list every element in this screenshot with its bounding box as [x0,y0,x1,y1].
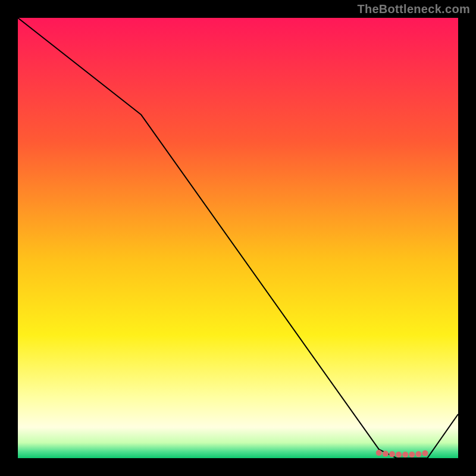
chart-marker [415,451,421,457]
chart-marker [409,452,415,458]
chart-marker [389,451,395,457]
chart-plot-area [18,18,458,458]
chart-marker [396,452,402,458]
chart-marker [422,450,428,456]
attribution-text: TheBottleneck.com [357,2,470,16]
chart-marker [383,451,389,457]
chart-marker [402,452,408,458]
chart-svg [18,18,458,458]
chart-marker [376,450,382,456]
chart-frame: TheBottleneck.com [0,0,476,476]
chart-background-gradient [18,18,458,458]
